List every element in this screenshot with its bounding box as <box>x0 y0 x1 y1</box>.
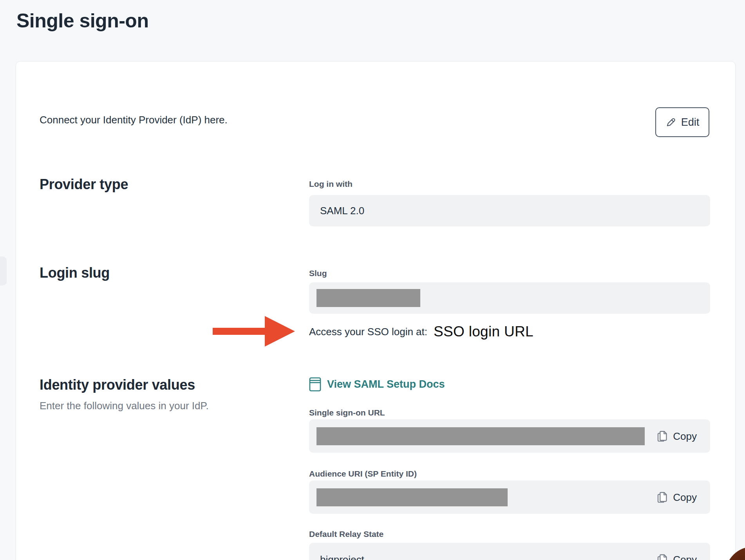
login-with-label: Log in with <box>309 180 353 188</box>
copy-relay-state-button[interactable]: Copy <box>657 553 697 560</box>
slug-label: Slug <box>309 269 327 277</box>
sso-url-redaction-bar <box>316 427 645 445</box>
copy-audience-uri-button[interactable]: Copy <box>657 491 697 503</box>
copy-icon <box>657 553 668 560</box>
sso-login-url-annotation: SSO login URL <box>434 323 533 340</box>
copy-icon <box>657 491 668 503</box>
copy-label: Copy <box>673 491 697 503</box>
provider-type-field: SAML 2.0 <box>309 195 710 226</box>
relay-state-field: bigproject Copy <box>309 543 710 560</box>
copy-label: Copy <box>673 553 697 560</box>
sso-access-row: Access your SSO login at: SSO login URL <box>309 321 533 343</box>
audience-uri-redaction-bar <box>316 488 508 506</box>
sidebar-handle[interactable] <box>0 257 7 285</box>
audience-uri-field: Copy <box>309 481 710 514</box>
view-saml-docs-link[interactable]: View SAML Setup Docs <box>309 377 445 392</box>
access-login-text: Access your SSO login at: <box>309 326 427 338</box>
slug-field <box>309 282 710 314</box>
provider-type-heading: Provider type <box>40 177 128 191</box>
relay-state-label: Default Relay State <box>309 530 383 538</box>
edit-button-label: Edit <box>681 116 700 128</box>
edit-button[interactable]: Edit <box>655 107 709 137</box>
audience-uri-label: Audience URI (SP Entity ID) <box>309 470 417 478</box>
docs-link-label: View SAML Setup Docs <box>327 379 445 390</box>
provider-type-value: SAML 2.0 <box>320 205 364 217</box>
pencil-icon <box>665 117 676 128</box>
sso-settings-card: Connect your Identity Provider (IdP) her… <box>16 61 736 560</box>
red-annotation-arrow-icon <box>213 316 295 348</box>
intro-text: Connect your Identity Provider (IdP) her… <box>40 114 228 126</box>
idp-values-heading: Identity provider values <box>40 378 195 392</box>
sso-url-label: Single sign-on URL <box>309 408 385 417</box>
page-title: Single sign-on <box>16 9 148 32</box>
docs-book-icon <box>309 377 321 392</box>
slug-redaction-bar <box>316 289 420 307</box>
sso-url-field: Copy <box>309 419 710 453</box>
idp-values-subheading: Enter the following values in your IdP. <box>40 401 209 411</box>
login-slug-heading: Login slug <box>40 266 110 280</box>
copy-icon <box>657 430 668 442</box>
copy-sso-url-button[interactable]: Copy <box>657 430 697 442</box>
copy-label: Copy <box>673 430 697 442</box>
relay-state-value: bigproject <box>320 553 364 560</box>
